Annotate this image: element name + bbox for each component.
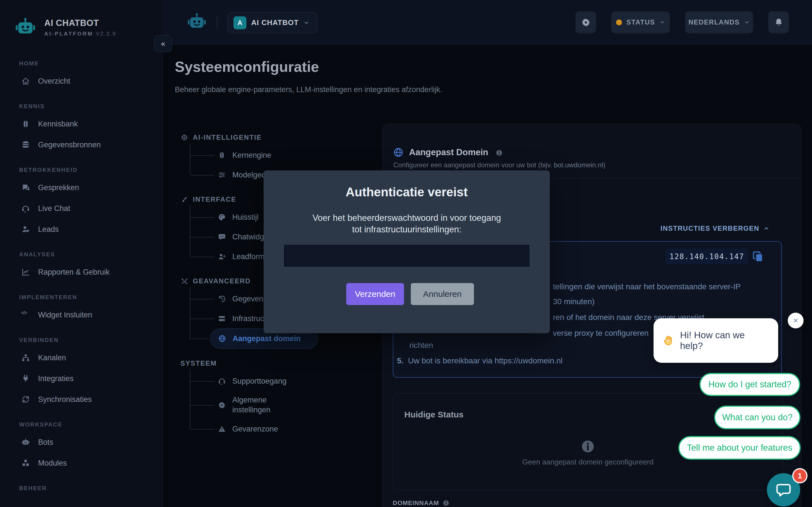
sidebar-item[interactable]: Leads [0,220,162,239]
sidebar-section-label: VERBINDEN [0,336,162,344]
tools-icon [181,277,188,285]
subnav-item[interactable]: Algemene instellingen [175,391,333,419]
sidebar-item[interactable]: Live Chat [0,199,162,218]
chat-greeting-text: Hi! How can we help? [680,330,770,351]
brush-icon [181,195,188,203]
page-title: Systeemconfiguratie [175,58,319,75]
home-icon [21,76,30,86]
sidebar-collapse-button[interactable]: « [154,35,172,52]
info-icon[interactable] [495,149,503,157]
cubes-icon [21,459,30,467]
notifications-button[interactable] [768,11,789,33]
sidebar-section-label: BEHEER [0,485,162,492]
status-dot [616,19,622,25]
sidebar-item[interactable]: Gegevensbronnen [0,135,162,154]
copy-icon[interactable] [752,250,764,263]
sidebar: AI CHATBOT AI-PLATFORM V2.2.9 HOME Overz… [0,0,163,507]
sidebar-section-label: KENNIS [0,103,162,110]
sidebar-section-label: HOME [0,60,162,67]
subnav-item[interactable]: Gevarenzone [175,419,333,439]
modal-title: Authenticatie vereist [264,185,550,199]
chat-greeting-bubble[interactable]: Hi! How can we help? [654,318,778,363]
sidebar-item[interactable]: Rapporten & Gebruik [0,263,162,282]
sliders-icon [218,171,226,179]
submit-button[interactable]: Verzenden [346,283,404,305]
code-icon: </> [21,311,30,320]
chat-bubble-icon [775,482,792,498]
page-subtitle: Beheer globale engine-parameters, LLM-in… [175,86,442,94]
history-icon [218,295,226,303]
app-logo: AI CHATBOT AI-PLATFORM V2.2.9 [14,16,116,39]
instructions-toggle[interactable]: INSTRUCTIES VERBERGEN [661,224,769,232]
sidebar-section-label: ANALYSES [0,251,162,258]
robot-icon [21,438,30,447]
chevron-up-icon [763,225,769,231]
brain-icon [218,151,226,159]
subnav-item[interactable]: Kernengine [175,145,333,165]
waving-hand-icon [662,334,675,347]
sidebar-item[interactable]: </> Widget Insluiten [0,305,162,325]
sidebar-section-label: BETROKKENHEID [0,166,162,173]
sidebar-item[interactable]: Modules [0,453,162,473]
settings-button[interactable] [575,11,596,33]
bot-selector-dropdown[interactable]: A AI CHATBOT [227,12,317,33]
auth-modal: Authenticatie vereist Voer het beheerder… [264,170,550,333]
chat-close-button[interactable]: × [788,313,804,328]
chevron-down-icon [659,19,665,25]
instruction-step-5: 5.Uw bot is bereikbaar via https://uwdom… [397,356,562,365]
quick-reply-button[interactable]: How do I get started? [700,373,800,396]
status-label: STATUS [626,18,655,26]
sidebar-section: IMPLEMENTEREN </> Widget Insluiten [0,293,162,325]
brain-icon [21,119,30,128]
card-title: Aangepast Domein [409,147,488,158]
person-plus-icon [218,252,226,261]
app-title: AI CHATBOT [44,18,116,28]
sidebar-section: BEHEER [0,485,162,492]
chevron-down-icon [303,20,310,26]
subnav-section-header: SYSTEEM [175,359,333,368]
cancel-button[interactable]: Annuleren [411,283,474,305]
sidebar-item[interactable]: Integraties [0,369,162,388]
subnav-section-header: AI-INTELLIGENTIE [175,133,333,142]
chart-icon [21,268,30,277]
sidebar-item[interactable]: Synchronisaties [0,390,162,409]
sidebar-item[interactable]: Gesprekken [0,178,162,197]
chip-icon [181,133,188,142]
admin-password-input[interactable] [283,244,530,267]
subnav-item[interactable]: Supporttoegang [175,371,333,391]
database-icon [21,140,30,149]
sidebar-section-label: IMPLEMENTEREN [0,293,162,301]
sidebar-nav: HOME Overzicht KENNIS Kennisbank [0,48,162,496]
sidebar-section: ANALYSES Rapporten & Gebruik [0,251,162,282]
sidebar-item[interactable]: Kanalen [0,348,162,367]
server-icon [218,314,226,323]
quick-reply-button[interactable]: What can you do? [714,406,801,429]
sidebar-item[interactable]: Kennisbank [0,114,162,133]
sidebar-section: HOME Overzicht [0,60,162,91]
globe-icon [218,334,226,343]
sidebar-item[interactable]: Bots [0,433,162,452]
person-tag-icon [21,225,30,234]
instruction-step-fragment: tellingen die verwijst naar het bovensta… [553,282,741,291]
card-subtitle: Configureer een aangepast domein voor uw… [393,161,605,169]
bell-icon [774,17,783,27]
sidebar-item[interactable]: Overzicht [0,71,162,91]
quick-reply-button[interactable]: Tell me about your features [678,436,801,460]
status-dropdown[interactable]: STATUS [611,11,670,33]
gear-icon [581,17,591,27]
instruction-step-fragment: verse proxy te configureren [553,329,649,338]
header-robot-icon [186,11,207,33]
language-dropdown[interactable]: NEDERLANDS [685,11,753,33]
subnav-section: SYSTEEM Supporttoegang Algemene instelli… [175,359,333,439]
domain-name-label: DOMEINNAAM [393,499,450,507]
sidebar-section: WORKSPACE Bots Modules [0,421,162,473]
language-label: NEDERLANDS [689,18,740,26]
info-icon [442,499,450,507]
sidebar-section: BETROKKENHEID Gesprekken Live Chat Leads [0,166,162,239]
headset-icon [21,204,30,213]
sync-icon [21,395,30,404]
sidebar-section-label: WORKSPACE [0,421,162,428]
bot-avatar: A [234,16,246,29]
network-icon [21,353,30,362]
headset-icon [218,377,226,385]
